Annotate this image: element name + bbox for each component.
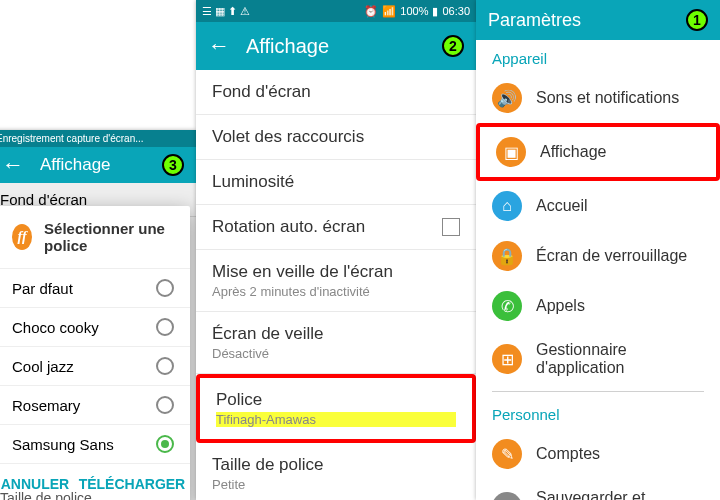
radio-icon [156,279,174,297]
item-label: Mise en veille de l'écran [212,262,460,282]
font-option-default[interactable]: Par dfaut [0,268,190,307]
font-option-rosemary[interactable]: Rosemary [0,385,190,424]
menu-icon: ✆ [492,291,522,321]
font-option-cooljazz[interactable]: Cool jazz [0,346,190,385]
header-affichage-3: ← Affichage 3 [0,147,196,183]
item-sub: Tifinagh-Amawas [216,412,456,427]
menu-icon: 🔒 [492,241,522,271]
clock-text: 06:30 [442,5,470,17]
settings-item--cran-de-verrouillage[interactable]: 🔒Écran de verrouillage [476,231,720,281]
menu-label: Appels [536,297,585,315]
dialog-title: ff Sélectionner une police [0,206,190,268]
menu-icon: ⊞ [492,344,522,374]
header-parametres: Paramètres 1 [476,0,720,40]
settings-item-appels[interactable]: ✆Appels [476,281,720,331]
display-item-volet-des-raccourcis[interactable]: Volet des raccourcis [196,115,476,160]
status-bar: ☰ ▦ ⬆ ⚠ ⏰ 📶 100% ▮ 06:30 [196,0,476,22]
back-arrow-icon[interactable]: ← [208,33,230,59]
settings-item-affichage[interactable]: ▣Affichage [476,123,720,181]
download-button[interactable]: TÉLÉCHARGER [79,476,186,492]
display-item--cran-de-veille[interactable]: Écran de veilleDésactivé [196,312,476,374]
bg-item-taille: Taille de police [0,490,92,500]
menu-label: Affichage [540,143,606,161]
menu-label: Sons et notifications [536,89,679,107]
header-title-2: Affichage [246,35,329,58]
header-affichage-2: ← Affichage 2 [196,22,476,70]
menu-label: Écran de verrouillage [536,247,687,265]
header-title-1: Paramètres [488,10,581,31]
item-sub: Après 2 minutes d'inactivité [212,284,460,299]
item-label: Taille de police [212,455,460,475]
display-item-mise-en-veille-de-l-cran[interactable]: Mise en veille de l'écranAprès 2 minutes… [196,250,476,312]
back-arrow-icon[interactable]: ← [2,152,24,178]
section-personnel: Personnel [476,396,720,429]
item-label: Police [216,390,456,410]
menu-icon: 🔊 [492,83,522,113]
item-label: Volet des raccourcis [212,127,460,147]
menu-label: Sauvegarder et réinitialise [536,489,704,500]
menu-icon: ▣ [496,137,526,167]
menu-label: Comptes [536,445,600,463]
settings-item-comptes[interactable]: ✎Comptes [476,429,720,479]
item-label: Rotation auto. écran [212,217,442,237]
display-item-luminosit-[interactable]: Luminosité [196,160,476,205]
settings-item-sons-et-notifications[interactable]: 🔊Sons et notifications [476,73,720,123]
radio-icon [156,318,174,336]
battery-text: 100% [400,5,428,17]
signal-icon: 📶 [382,5,396,18]
display-item-police[interactable]: PoliceTifinagh-Amawas [196,374,476,443]
alarm-icon: ⏰ [364,5,378,18]
item-sub: Petite [212,477,460,492]
radio-icon [156,396,174,414]
header-title-3: Affichage [40,155,111,175]
menu-icon: ✎ [492,439,522,469]
radio-icon [156,357,174,375]
menu-label: Gestionnaire d'application [536,341,704,377]
battery-icon: ▮ [432,5,438,18]
font-icon: ff [12,224,32,250]
settings-item-gestionnaire-d-application[interactable]: ⊞Gestionnaire d'application [476,331,720,387]
menu-icon: ⟲ [492,492,522,500]
settings-item-accueil[interactable]: ⌂Accueil [476,181,720,231]
font-option-samsung[interactable]: Samsung Sans [0,424,190,463]
step-badge-3: 3 [162,154,184,176]
toast-saving: Enregistrement capture d'écran... [0,130,196,147]
status-icon: ☰ ▦ ⬆ ⚠ [202,5,250,18]
radio-icon-selected [156,435,174,453]
checkbox-icon[interactable] [442,218,460,236]
menu-label: Accueil [536,197,588,215]
step-badge-1: 1 [686,9,708,31]
step-badge-2: 2 [442,35,464,57]
item-label: Luminosité [212,172,460,192]
dialog-title-text: Sélectionner une police [44,220,174,254]
display-item-taille-de-police[interactable]: Taille de policePetite [196,443,476,500]
item-sub: Désactivé [212,346,460,361]
section-appareil: Appareil [476,40,720,73]
item-label: Écran de veille [212,324,460,344]
settings-item-sauvegarder-et-r-initialise[interactable]: ⟲Sauvegarder et réinitialise [476,479,720,500]
display-item-fond-d-cran[interactable]: Fond d'écran [196,70,476,115]
menu-icon: ⌂ [492,191,522,221]
item-label: Fond d'écran [212,82,460,102]
font-option-choco[interactable]: Choco cooky [0,307,190,346]
display-item-rotation-auto-cran[interactable]: Rotation auto. écran [196,205,476,250]
